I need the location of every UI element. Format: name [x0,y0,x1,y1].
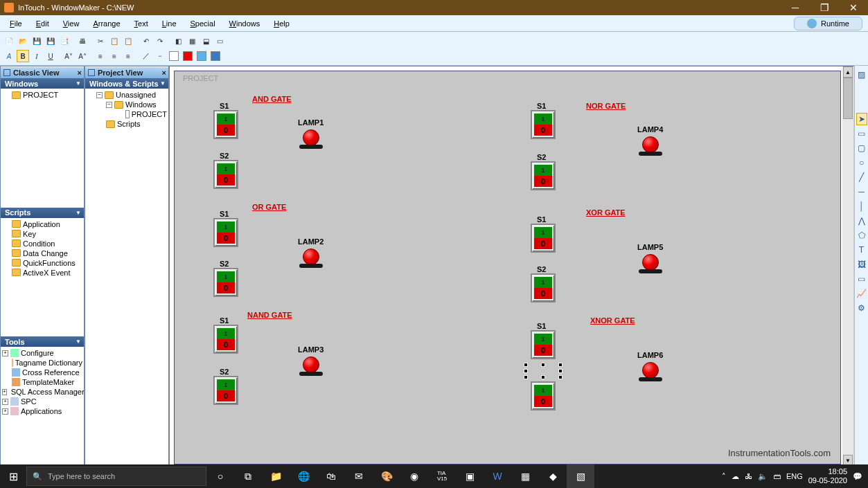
s1-label-3[interactable]: S1 [220,316,229,325]
windows-subheader[interactable]: Windows▼ [1,78,84,89]
menu-text[interactable]: Text [129,18,154,29]
new-button[interactable]: 📄 [3,35,15,47]
script-quickfunctions[interactable]: QuickFunctions [2,258,82,268]
fontsize-inc-button[interactable]: A˄ [76,50,89,62]
extra1-button[interactable]: ◧ [172,35,184,47]
nor-gate-label[interactable]: NOR GATE [586,102,626,110]
s2-label-2[interactable]: S2 [220,260,229,268]
hline-tool[interactable]: ─ [856,186,867,198]
script-condition[interactable]: Condition [2,239,82,248]
maximize-button[interactable]: ❐ [810,0,839,15]
switch-or-s1[interactable]: 10 [213,218,238,247]
mail-button[interactable]: ✉ [345,464,373,488]
saveall-button[interactable]: 💾 [44,35,57,47]
xnor-gate-label[interactable]: XNOR GATE [590,316,635,325]
project-close-button[interactable]: × [162,69,166,77]
switch-xor-s1[interactable]: 10 [531,224,556,253]
selection-handles[interactable] [526,365,560,377]
text-tool[interactable]: T [856,244,867,256]
color2-button[interactable] [181,50,194,62]
script-datachange[interactable]: Data Change [2,248,82,258]
app1-button[interactable]: ▣ [456,464,484,488]
script-application[interactable]: Application [2,219,82,229]
open-button[interactable]: 📂 [17,35,29,47]
canvas-inner[interactable]: PROJECT AND GATE S1 10 S2 10 LAMP1 OR GA… [170,66,853,477]
lineA-button[interactable]: ／ [140,50,152,62]
switch-and-s2[interactable]: 10 [213,160,238,189]
color4-button[interactable] [209,50,222,62]
menu-view[interactable]: View [57,18,85,29]
switch-xor-s2[interactable]: 10 [531,273,556,302]
cut-button[interactable]: ✂ [94,35,107,47]
fontsize-dec-button[interactable]: A˅ [62,50,75,62]
ws-subheader[interactable]: Windows & Scripts▼ [85,78,168,89]
lamp2-label[interactable]: LAMP2 [298,237,324,246]
tools-subheader[interactable]: Tools▼ [1,336,84,347]
tool-sql[interactable]: +SQL Access Manager [2,387,82,397]
word-button[interactable]: W [484,464,511,488]
app3-button[interactable]: ◆ [539,464,567,488]
corner-icon[interactable]: ▨ [856,69,867,81]
explorer-button[interactable]: 📁 [262,464,290,488]
align-left-button[interactable]: ≡ [94,50,107,62]
s1-label-1[interactable]: S1 [220,102,229,110]
copy-button[interactable]: 📋 [108,35,121,47]
bold-button[interactable]: B [17,50,29,62]
tray-volume[interactable]: 🔈 [758,472,768,481]
tool-apps[interactable]: +Applications [2,406,82,416]
tool-spc[interactable]: +SPC [2,397,82,406]
tool-configure[interactable]: +Configure [2,348,82,358]
menu-help[interactable]: Help [268,18,295,29]
nand-gate-label[interactable]: NAND GATE [247,311,292,319]
ptree-unassigned[interactable]: −Unassigned [87,90,167,100]
switch-or-s2[interactable]: 10 [213,268,238,297]
classic-view-header[interactable]: Classic View × [1,66,84,78]
extra4-button[interactable]: ▭ [213,35,226,47]
switch-xnor-s2[interactable]: 10 [531,381,556,410]
extra2-button[interactable]: ▦ [186,35,198,47]
font-button[interactable]: A [3,50,15,62]
dup-button[interactable]: 📑 [58,35,71,47]
chrome-button[interactable]: ◉ [400,464,428,488]
or-gate-label[interactable]: OR GATE [252,203,286,211]
lamp5[interactable] [639,254,662,278]
tray-onedrive[interactable]: ☁ [732,472,739,481]
runtime-button[interactable]: Runtime [794,17,862,30]
lamp6-label[interactable]: LAMP6 [637,351,663,359]
pointer-tool[interactable]: ➤ [856,113,867,125]
lamp1[interactable] [299,129,323,153]
paint-button[interactable]: 🎨 [373,464,400,488]
script-activex[interactable]: ActiveX Event [2,268,82,278]
switch-nor-s1[interactable]: 10 [531,110,556,139]
paste-button[interactable]: 📋 [122,35,134,47]
underline-button[interactable]: U [44,50,57,62]
tray-network[interactable]: 🖧 [745,472,752,480]
classic-close-button[interactable]: × [78,69,82,77]
tray-clock[interactable]: 18:05 09-05-2020 [808,467,847,485]
color3-button[interactable] [195,50,208,62]
polyline-tool[interactable]: ⋀ [856,215,867,227]
lamp5-label[interactable]: LAMP5 [637,243,663,251]
tia-button[interactable]: TIAV15 [428,464,456,488]
ptree-windows[interactable]: −Windows [87,100,167,109]
s2-label-5[interactable]: S2 [537,265,546,273]
lamp6[interactable] [639,362,662,386]
italic-button[interactable]: I [30,50,43,62]
canvas-vscroll[interactable]: ▲▼ [842,66,853,466]
edge-button[interactable]: 🌐 [290,464,317,488]
align-center-button[interactable]: ≡ [108,50,121,62]
s1-label-5[interactable]: S1 [537,215,546,224]
menu-line[interactable]: Line [157,18,182,29]
tool-template[interactable]: TemplateMaker [2,377,82,387]
s1-label-2[interactable]: S1 [220,210,229,218]
switch-xnor-s1[interactable]: 10 [531,330,556,359]
switch-nand-s1[interactable]: 10 [213,325,238,354]
lamp2[interactable] [299,248,323,272]
script-key[interactable]: Key [2,229,82,239]
tray-battery[interactable]: 🗃 [773,472,781,480]
tray-lang[interactable]: ENG [786,472,803,480]
tray-chevron[interactable]: ˄ [722,472,726,481]
redo-button[interactable]: ↷ [154,35,166,47]
s2-label-1[interactable]: S2 [220,152,229,160]
print-button[interactable]: 🖶 [76,35,89,47]
